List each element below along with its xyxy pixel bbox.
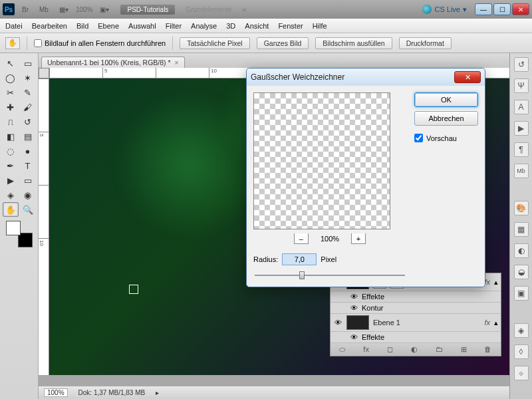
cs-live-button[interactable]: CS Live ▾ [422,5,467,14]
path-tool-icon[interactable]: ▶ [3,173,19,188]
close-button[interactable]: ✕ [512,3,529,15]
preview-area[interactable] [253,92,390,229]
menu-bearbeiten[interactable]: Bearbeiten [32,22,67,30]
adjust-panel-icon[interactable]: ◒ [514,265,529,279]
crop-tool-icon[interactable]: ✂ [3,85,19,100]
eyedropper-tool-icon[interactable]: ✎ [20,85,36,100]
menu-auswahl[interactable]: Auswahl [128,22,156,30]
menu-analyse[interactable]: Analyse [191,22,217,30]
play-panel-icon[interactable]: ▶ [514,121,529,136]
gradient-tool-icon[interactable]: ▤ [20,129,36,144]
menu-ebene[interactable]: Ebene [98,22,119,30]
workspace-more-icon[interactable]: » [242,5,246,13]
ok-button[interactable]: OK [414,92,478,107]
cancel-button[interactable]: Abbrechen [414,111,478,126]
fx-toggle-icon[interactable]: ▴ [494,278,498,287]
fill-screen-button[interactable]: Bildschirm ausfüllen [315,37,392,49]
camera-tool-icon[interactable]: ◉ [20,188,36,202]
zoom-level[interactable]: 100% [44,388,68,397]
print-size-button[interactable]: Druckformat [399,37,452,49]
styles-panel-icon[interactable]: ◐ [514,243,529,258]
maximize-button[interactable]: ☐ [493,3,511,15]
blur-tool-icon[interactable]: ◌ [3,144,19,158]
menu-datei[interactable]: Datei [5,22,23,30]
effects-row[interactable]: 👁 Effekte [331,332,501,343]
shape-tool-icon[interactable]: ▭ [20,173,36,188]
visibility-icon[interactable]: 👁 [333,319,342,327]
mb-panel-icon[interactable]: Mb [514,164,529,178]
3d-tool-icon[interactable]: ◈ [3,188,19,202]
current-tool-icon[interactable]: ✋ [5,37,20,49]
delete-layer-icon[interactable]: 🗑 [484,345,491,354]
zoom-out-button[interactable]: – [294,233,309,244]
close-tab-icon[interactable]: × [175,59,179,66]
link-layers-icon[interactable]: ⬭ [339,345,345,354]
effects-row[interactable]: 👁 Effekte [331,291,501,303]
document-info[interactable]: Dok: 1,37 MB/1,83 MB [78,389,146,396]
layer-name[interactable]: Ebene 1 [373,319,480,327]
wand-tool-icon[interactable]: ✶ [20,70,36,85]
visibility-icon[interactable]: 👁 [350,333,358,341]
history-panel-icon[interactable]: ↺ [514,57,529,72]
actual-pixels-button[interactable]: Tatsächliche Pixel [180,37,249,49]
visibility-icon[interactable]: 👁 [350,293,358,301]
color-panel-icon[interactable]: 🎨 [514,201,529,215]
adjustment-layer-icon[interactable]: ◐ [411,345,418,354]
fit-screen-button[interactable]: Ganzes Bild [257,37,309,49]
pen-tool-icon[interactable]: ✒ [3,158,19,173]
layer-mask-btn-icon[interactable]: ◻ [387,345,393,354]
layers-panel-icon[interactable]: ◈ [514,323,529,338]
radius-input[interactable] [282,253,317,265]
selection-marker[interactable] [129,285,138,294]
slider-thumb-icon[interactable] [299,271,305,279]
workspace-active[interactable]: PSD-Tutorials [120,5,175,15]
brush-tool-icon[interactable]: 🖌 [20,100,36,114]
menu-filter[interactable]: Filter [166,22,182,30]
workspace-inactive[interactable]: Grundelemente [179,5,238,15]
dodge-tool-icon[interactable]: ● [20,144,36,158]
viewmode-icon[interactable]: ▦▾ [56,5,72,15]
paths-panel-icon[interactable]: ⟐ [514,366,529,380]
effect-contour-row[interactable]: 👁 Kontur [331,303,501,314]
layer-thumbnail[interactable] [346,315,369,330]
swatches-panel-icon[interactable]: ▦ [514,222,529,237]
actions-panel-icon[interactable]: Ψ [514,78,529,93]
type-tool-icon[interactable]: T [20,158,36,173]
fx-toggle-icon[interactable]: ▴ [494,319,498,327]
minimize-button[interactable]: — [475,3,492,15]
status-menu-icon[interactable]: ▸ [156,389,159,396]
layer-row-ebene1[interactable]: 👁 Ebene 1 fx ▴ [331,314,501,332]
scroll-all-checkbox[interactable]: Bildlauf in allen Fenstern durchführen [34,39,166,47]
move-tool-icon[interactable]: ↖ [3,56,19,70]
menu-fenster[interactable]: Fenster [278,22,303,30]
menu-ansicht[interactable]: Ansicht [245,22,269,30]
lasso-tool-icon[interactable]: ◯ [3,70,19,85]
eraser-tool-icon[interactable]: ◧ [3,129,19,144]
new-layer-icon[interactable]: ⊞ [461,345,467,354]
screen-mode-icon[interactable]: ▣▾ [96,5,112,15]
vertical-ruler[interactable]: 510 [39,78,49,375]
hand-tool-icon[interactable]: ✋ [3,202,19,217]
document-tab[interactable]: Unbenannt-1 bei 100% (Kreis, RGB/8) * × [41,57,185,68]
color-swatches[interactable] [6,221,33,247]
marquee-tool-icon[interactable]: ▭ [20,56,36,70]
masks-panel-icon[interactable]: ▣ [514,286,529,301]
minibridge-icon[interactable]: Mb [36,5,52,15]
menu-3d[interactable]: 3D [226,22,235,30]
stamp-tool-icon[interactable]: ⎍ [3,114,19,129]
character-panel-icon[interactable]: A [514,100,529,114]
zoom-tool-icon[interactable]: 🔍 [20,202,36,217]
paragraph-panel-icon[interactable]: ¶ [514,142,529,157]
menu-hilfe[interactable]: Hilfe [313,22,327,30]
dialog-close-button[interactable]: ✕ [454,71,481,83]
dialog-titlebar[interactable]: Gaußscher Weichzeichner ✕ [247,68,485,86]
foreground-color-swatch[interactable] [6,221,21,235]
layer-fx-icon[interactable]: fx [363,345,369,354]
visibility-icon[interactable]: 👁 [350,304,358,312]
heal-tool-icon[interactable]: ✚ [3,100,19,114]
group-icon[interactable]: 🗀 [436,345,443,354]
ruler-origin[interactable] [39,68,49,78]
menu-bild[interactable]: Bild [76,22,88,30]
fx-badge[interactable]: fx [484,319,490,327]
radius-slider[interactable] [253,271,406,280]
